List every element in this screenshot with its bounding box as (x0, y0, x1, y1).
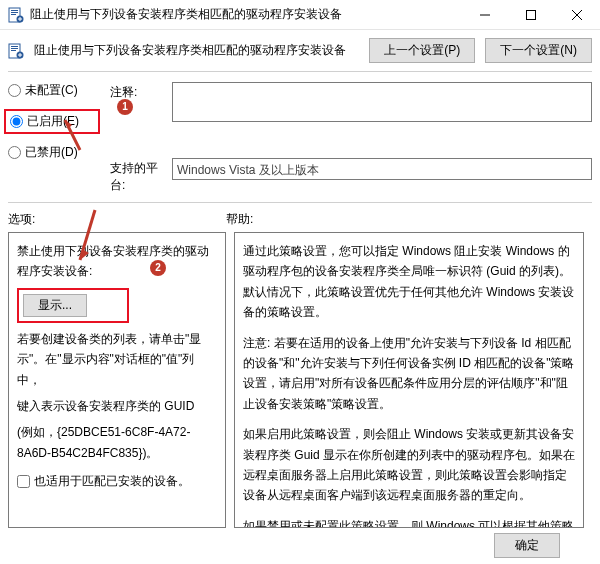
close-button[interactable] (554, 0, 600, 29)
maximize-button[interactable] (508, 0, 554, 29)
configuration-row: 未配置(C) 已启用(E) 已禁用(D) 注释: 支持的平台: Windows … (0, 72, 600, 202)
svg-rect-2 (11, 12, 18, 13)
highlight-enabled: 已启用(E) (4, 109, 100, 134)
help-p1: 通过此策略设置，您可以指定 Windows 阻止安装 Windows 的驱动程序… (243, 241, 575, 323)
platform-label: 支持的平台: (110, 158, 166, 194)
apply-installed-checkbox[interactable] (17, 475, 30, 488)
svg-rect-9 (11, 50, 16, 51)
window-title: 阻止使用与下列设备安装程序类相匹配的驱动程序安装设备 (30, 6, 462, 23)
radio-enabled-label: 已启用(E) (27, 113, 79, 130)
radio-group: 未配置(C) 已启用(E) 已禁用(D) (8, 80, 94, 161)
svg-rect-8 (11, 48, 18, 49)
help-p4: 如果禁用或未配置此策略设置，则 Windows 可以根据其他策略设置允许或阻止安… (243, 516, 575, 528)
radio-disabled-label: 已禁用(D) (25, 144, 78, 161)
platform-value: Windows Vista 及以上版本 (172, 158, 592, 180)
titlebar: 阻止使用与下列设备安装程序类相匹配的驱动程序安装设备 (0, 0, 600, 30)
platform-row: 支持的平台: Windows Vista 及以上版本 (110, 158, 592, 194)
prev-setting-button[interactable]: 上一个设置(P) (369, 38, 475, 63)
show-button[interactable]: 显示... (23, 294, 87, 317)
ok-button[interactable]: 确定 (494, 533, 560, 558)
pane-labels: 选项: 帮助: (0, 203, 600, 232)
policy-title: 阻止使用与下列设备安装程序类相匹配的驱动程序安装设备 (34, 42, 359, 59)
radio-enabled[interactable]: 已启用(E) (10, 113, 94, 130)
radio-not-configured-input[interactable] (8, 84, 21, 97)
comment-input[interactable] (172, 82, 592, 122)
policy-doc-icon (8, 7, 24, 23)
svg-rect-1 (11, 10, 18, 11)
annotation-marker-2: 2 (150, 260, 166, 276)
comment-label: 注释: (110, 82, 166, 101)
svg-rect-3 (11, 14, 16, 15)
options-pane: 禁止使用下列设备安装程序类的驱动程序安装设备: 显示... 若要创建设备类的列表… (8, 232, 226, 528)
comment-row: 注释: (110, 82, 592, 122)
help-pane: 通过此策略设置，您可以指定 Windows 阻止安装 Windows 的驱动程序… (234, 232, 584, 528)
radio-disabled-input[interactable] (8, 146, 21, 159)
options-hint-2: 键入表示设备安装程序类的 GUID (17, 396, 217, 416)
options-hint-3: (例如，{25DBCE51-6C8F-4A72-8A6D-B54C2B4FC83… (17, 422, 217, 463)
help-label: 帮助: (226, 211, 444, 228)
window-controls (462, 0, 600, 29)
svg-rect-7 (11, 46, 18, 47)
apply-installed-label: 也适用于匹配已安装的设备。 (34, 471, 190, 491)
options-label: 选项: (8, 211, 226, 228)
apply-installed-checkbox-row[interactable]: 也适用于匹配已安装的设备。 (17, 471, 217, 491)
radio-not-configured-label: 未配置(C) (25, 82, 78, 99)
options-heading: 禁止使用下列设备安装程序类的驱动程序安装设备: (17, 241, 217, 282)
annotation-marker-1: 1 (117, 99, 133, 115)
highlight-show: 显示... (17, 288, 129, 323)
svg-rect-5 (527, 10, 536, 19)
minimize-button[interactable] (462, 0, 508, 29)
policy-doc-icon (8, 43, 24, 59)
help-p3: 如果启用此策略设置，则会阻止 Windows 安装或更新其设备安装程序类 Gui… (243, 424, 575, 506)
meta-column: 注释: 支持的平台: Windows Vista 及以上版本 (110, 80, 592, 194)
next-setting-button[interactable]: 下一个设置(N) (485, 38, 592, 63)
panes: 禁止使用下列设备安装程序类的驱动程序安装设备: 显示... 若要创建设备类的列表… (0, 232, 600, 528)
radio-not-configured[interactable]: 未配置(C) (8, 82, 94, 99)
radio-enabled-input[interactable] (10, 115, 23, 128)
toolbar: 阻止使用与下列设备安装程序类相匹配的驱动程序安装设备 上一个设置(P) 下一个设… (0, 30, 600, 71)
footer: 确定 (494, 533, 560, 558)
options-hint-1: 若要创建设备类的列表，请单击"显示"。在"显示内容"对话框的"值"列中， (17, 329, 217, 390)
radio-disabled[interactable]: 已禁用(D) (8, 144, 94, 161)
help-p2: 注意: 若要在适用的设备上使用"允许安装与下列设备 Id 相匹配的设备"和"允许… (243, 333, 575, 415)
